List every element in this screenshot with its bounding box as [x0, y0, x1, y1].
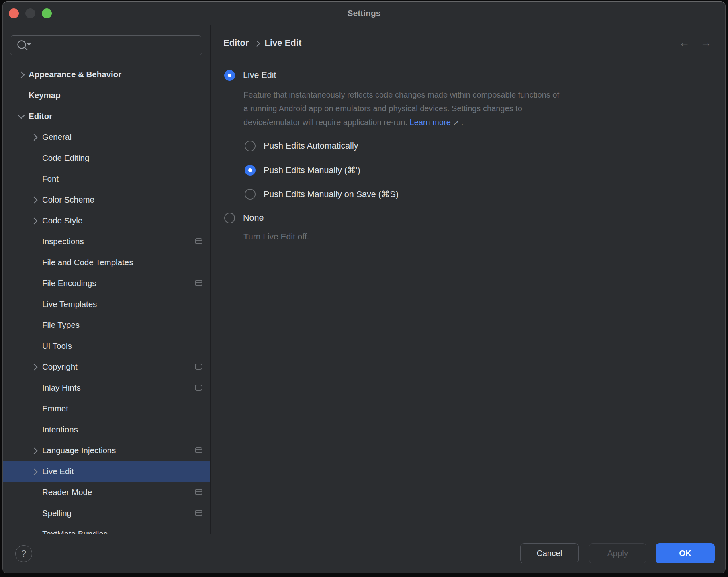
chevron-down-icon[interactable] — [18, 112, 25, 119]
chevron-right-icon[interactable] — [31, 364, 38, 371]
sidebar-item-live-edit[interactable]: Live Edit — [3, 461, 210, 482]
settings-window: Settings Appearance & BehaviorKeymapEdit… — [2, 1, 726, 573]
external-link-icon: ↗ — [453, 119, 459, 127]
sidebar-item-label: Code Style — [42, 216, 82, 225]
sidebar-item-intentions[interactable]: Intentions — [3, 419, 210, 440]
ok-button[interactable]: OK — [656, 543, 715, 563]
project-settings-icon — [195, 447, 202, 453]
sidebar-item-file-types[interactable]: File Types — [3, 315, 210, 336]
sidebar-item-label: Intentions — [42, 425, 78, 434]
sidebar-item-keymap[interactable]: Keymap — [3, 85, 210, 106]
option-label: Push Edits Automatically — [264, 141, 358, 151]
chevron-right-icon[interactable] — [31, 448, 38, 454]
none-hint: Turn Live Edit off. — [243, 232, 309, 241]
forward-arrow-icon[interactable]: → — [700, 37, 712, 49]
apply-button[interactable]: Apply — [589, 543, 646, 563]
sidebar-item-editor[interactable]: Editor — [3, 106, 210, 127]
push-edit-options: Push Edits AutomaticallyPush Edits Manua… — [245, 141, 399, 213]
sidebar-item-label: Editor — [29, 111, 52, 121]
settings-tree: Appearance & BehaviorKeymapEditorGeneral… — [3, 64, 210, 534]
sidebar-item-label: Font — [42, 174, 59, 184]
sidebar-item-label: Live Edit — [42, 467, 74, 476]
none-radio-row[interactable]: None — [224, 213, 264, 223]
back-arrow-icon[interactable]: ← — [679, 37, 690, 49]
chevron-right-icon[interactable] — [31, 197, 38, 204]
sidebar-item-live-templates[interactable]: Live Templates — [3, 294, 210, 315]
sidebar-item-label: Emmet — [42, 404, 68, 413]
sidebar-item-label: Language Injections — [42, 446, 116, 455]
option-label: Push Edits Manually (⌘') — [264, 165, 360, 176]
chevron-right-icon — [254, 40, 260, 47]
sidebar-item-label: Color Scheme — [42, 195, 94, 205]
settings-sidebar: Appearance & BehaviorKeymapEditorGeneral… — [3, 25, 211, 534]
none-radio-label: None — [243, 213, 264, 223]
breadcrumb-editor[interactable]: Editor — [223, 38, 249, 48]
sidebar-item-inlay-hints[interactable]: Inlay Hints — [3, 377, 210, 398]
live-edit-description: Feature that instantaneously reflects co… — [243, 88, 559, 129]
sidebar-item-label: File and Code Templates — [42, 258, 133, 267]
option-push-edits-manually[interactable]: Push Edits Manually (⌘') — [245, 165, 399, 176]
live-edit-pane: Editor Live Edit ← → Live Edit Feature t… — [211, 25, 725, 534]
sidebar-item-general[interactable]: General — [3, 127, 210, 147]
option-push-edits-automatically[interactable]: Push Edits Automatically — [245, 141, 399, 151]
cancel-button[interactable]: Cancel — [520, 543, 579, 563]
sidebar-item-label: UI Tools — [42, 341, 72, 351]
window-title: Settings — [3, 2, 725, 25]
sidebar-item-code-editing[interactable]: Code Editing — [3, 147, 210, 168]
footer-bar: ? Cancel Apply OK — [3, 534, 725, 573]
project-settings-icon — [195, 238, 202, 244]
breadcrumb: Editor Live Edit — [223, 38, 301, 48]
breadcrumb-live-edit: Live Edit — [265, 38, 302, 48]
radio-unselected-icon[interactable] — [245, 141, 256, 151]
project-settings-icon — [195, 280, 202, 286]
option-push-edits-manually-on-save-s[interactable]: Push Edits Manually on Save (⌘S) — [245, 189, 399, 200]
sidebar-item-inspections[interactable]: Inspections — [3, 231, 210, 252]
sidebar-item-label: Inlay Hints — [42, 383, 81, 393]
sidebar-item-language-injections[interactable]: Language Injections — [3, 440, 210, 461]
sidebar-item-label: File Types — [42, 320, 80, 330]
sidebar-item-label: Keymap — [29, 90, 61, 100]
help-button[interactable]: ? — [15, 545, 32, 562]
radio-selected-icon[interactable] — [245, 165, 256, 176]
live-edit-radio[interactable] — [224, 70, 235, 81]
titlebar: Settings — [3, 2, 725, 25]
sidebar-item-reader-mode[interactable]: Reader Mode — [3, 482, 210, 503]
sidebar-item-label: Spelling — [42, 508, 72, 518]
sidebar-item-file-encodings[interactable]: File Encodings — [3, 273, 210, 294]
sidebar-item-label: Reader Mode — [42, 487, 92, 497]
sidebar-item-label: Copyright — [42, 362, 78, 372]
learn-more-link[interactable]: Learn more — [410, 118, 451, 127]
option-label: Push Edits Manually on Save (⌘S) — [264, 189, 399, 200]
sidebar-item-textmate-bundles[interactable]: TextMate Bundles — [3, 524, 210, 534]
sidebar-item-spelling[interactable]: Spelling — [3, 503, 210, 524]
sidebar-item-label: TextMate Bundles — [42, 529, 108, 534]
chevron-right-icon[interactable] — [31, 218, 38, 225]
live-edit-radio-label: Live Edit — [243, 70, 276, 80]
chevron-right-icon[interactable] — [31, 469, 38, 475]
project-settings-icon — [195, 385, 202, 391]
project-settings-icon — [195, 510, 202, 516]
sidebar-item-code-style[interactable]: Code Style — [3, 210, 210, 231]
sidebar-item-label: File Encodings — [42, 278, 96, 288]
sidebar-item-label: Inspections — [42, 237, 84, 246]
none-radio[interactable] — [224, 213, 235, 223]
sidebar-item-label: Code Editing — [42, 153, 89, 163]
sidebar-item-label: General — [42, 132, 72, 142]
sidebar-item-label: Live Templates — [42, 299, 97, 309]
sidebar-item-font[interactable]: Font — [3, 168, 210, 189]
sidebar-item-appearance-behavior[interactable]: Appearance & Behavior — [3, 64, 210, 85]
sidebar-item-ui-tools[interactable]: UI Tools — [3, 336, 210, 356]
sidebar-item-emmet[interactable]: Emmet — [3, 398, 210, 419]
project-settings-icon — [195, 489, 202, 495]
sidebar-item-color-scheme[interactable]: Color Scheme — [3, 189, 210, 210]
sidebar-item-label: Appearance & Behavior — [29, 70, 121, 79]
chevron-right-icon[interactable] — [18, 72, 25, 78]
sidebar-item-copyright[interactable]: Copyright — [3, 356, 210, 377]
sidebar-item-file-and-code-templates[interactable]: File and Code Templates — [3, 252, 210, 273]
live-edit-radio-row[interactable]: Live Edit — [224, 70, 276, 81]
project-settings-icon — [195, 364, 202, 370]
radio-unselected-icon[interactable] — [245, 189, 256, 200]
search-icon — [16, 39, 32, 52]
chevron-right-icon[interactable] — [31, 134, 38, 141]
search-input[interactable] — [10, 35, 202, 55]
